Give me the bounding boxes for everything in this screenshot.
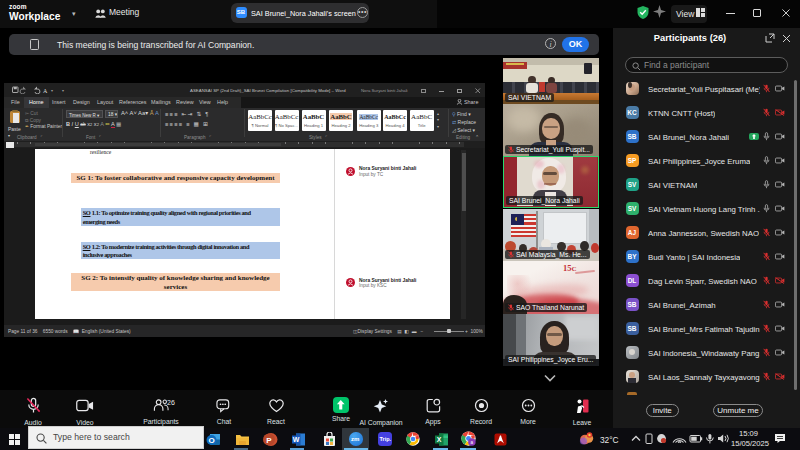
svg-text:P: P: [266, 435, 272, 444]
svg-text:▾: ▾: [62, 88, 64, 93]
svg-text:W: W: [293, 436, 300, 443]
svg-text:A: A: [43, 88, 48, 94]
svg-text:X: X: [437, 436, 442, 443]
svg-text:O: O: [208, 436, 214, 445]
svg-text:▾: ▾: [51, 88, 53, 93]
